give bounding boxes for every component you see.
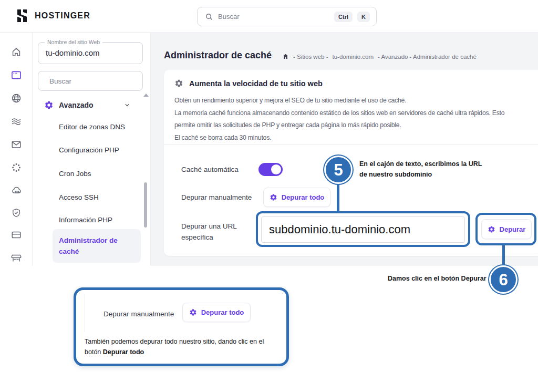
breadcrumb-domain[interactable]: tu-dominio.com bbox=[332, 54, 374, 60]
breadcrumb-advanced-cache[interactable]: - Avanzado - Administrador de caché bbox=[378, 54, 477, 60]
purge-all-callout-box: Depurar manualmente Depurar todo También… bbox=[74, 287, 289, 366]
purge-all-button-label: Depurar todo bbox=[282, 193, 325, 201]
credit-card-icon[interactable] bbox=[11, 229, 22, 241]
globe-icon[interactable] bbox=[11, 92, 22, 104]
manual-purge-label: Depurar manualmente bbox=[181, 193, 252, 201]
menu-item-cron-jobs[interactable]: Cron Jobs bbox=[59, 170, 138, 178]
description-line: El caché se borra cada 30 minutos. bbox=[174, 132, 504, 145]
step5-number: 5 bbox=[334, 162, 343, 178]
menu-item-cache-manager-line2: caché bbox=[59, 246, 141, 257]
panel-search[interactable] bbox=[38, 71, 143, 91]
step6-note: Damos clic en el botón Depurar bbox=[388, 273, 483, 284]
menu-section-avanzado[interactable]: Avanzado bbox=[33, 97, 143, 113]
screenshot-edge-line bbox=[85, 294, 85, 332]
card-header: Aumenta la velocidad de tu sitio web bbox=[174, 79, 323, 88]
dots-circle-icon[interactable] bbox=[11, 162, 22, 173]
chevron-down-icon bbox=[124, 102, 130, 108]
icon-rail bbox=[0, 33, 33, 266]
site-name-field[interactable]: Nombre del sitio Web tu-dominio.com bbox=[38, 42, 143, 64]
menu-item-php-config[interactable]: Configuración PHP bbox=[59, 146, 138, 154]
description-line: permite omitir las solicitudes de PHP y … bbox=[174, 119, 504, 132]
step5-connector-line bbox=[337, 182, 339, 213]
url-input-highlight-box bbox=[256, 211, 470, 247]
card-description: Obtén un rendimiento superior y mejora e… bbox=[174, 95, 504, 144]
callout-text: También podemos depurar todo nuestro sit… bbox=[85, 336, 264, 357]
storefront-icon[interactable] bbox=[11, 252, 22, 264]
site-name-label: Nombre del sitio Web bbox=[45, 39, 102, 45]
menu-item-php-info[interactable]: Información PHP bbox=[59, 216, 138, 224]
callout-purge-all-button-label: Depurar todo bbox=[201, 308, 244, 316]
divider bbox=[164, 145, 538, 145]
menu-section-label: Avanzado bbox=[59, 101, 94, 109]
description-line: Obtén un rendimiento superior y mejora e… bbox=[174, 95, 504, 107]
panel-search-input[interactable] bbox=[49, 77, 142, 85]
waves-icon[interactable] bbox=[11, 116, 22, 127]
scroll-up-arrow[interactable] bbox=[143, 94, 149, 97]
shortcut-ctrl-badge: Ctrl bbox=[334, 12, 353, 22]
top-bar: HOSTINGER Ctrl K bbox=[0, 0, 538, 33]
step5-note-line1: En el cajón de texto, escribimos la URL bbox=[359, 159, 482, 169]
page: HOSTINGER Ctrl K bbox=[0, 0, 538, 392]
step5-note-line2: de nuestro subdominio bbox=[359, 169, 482, 180]
step6-badge: 6 bbox=[489, 265, 518, 294]
auto-cache-label: Caché automática bbox=[181, 166, 239, 173]
toggle-knob bbox=[271, 164, 281, 174]
cloud-server-icon[interactable] bbox=[11, 185, 22, 197]
callout-manual-purge-label: Depurar manualmente bbox=[104, 310, 174, 318]
step5-note: En el cajón de texto, escribimos la URL … bbox=[359, 159, 482, 180]
global-search-input[interactable] bbox=[218, 13, 329, 20]
breadcrumb-sites[interactable]: - Sitios web - bbox=[293, 54, 328, 60]
card-heading: Aumenta la velocidad de tu sitio web bbox=[189, 79, 323, 88]
menu-item-dns-editor[interactable]: Editor de zonas DNS bbox=[59, 123, 138, 131]
site-panel: Nombre del sitio Web tu-dominio.com Avan… bbox=[33, 33, 151, 266]
breadcrumb: - Sitios web - tu-dominio.com - Avanzado… bbox=[282, 53, 477, 60]
purge-url-label-line2: específica bbox=[181, 233, 213, 241]
menu-item-ssh-access[interactable]: Acceso SSH bbox=[59, 193, 138, 201]
auto-cache-toggle[interactable] bbox=[258, 163, 283, 176]
panel-scrollbar[interactable] bbox=[144, 182, 147, 228]
gear-icon bbox=[174, 79, 183, 88]
shortcut-k-badge: K bbox=[357, 12, 370, 22]
envelope-icon[interactable] bbox=[11, 139, 22, 150]
hostinger-logo[interactable]: HOSTINGER bbox=[16, 8, 90, 23]
purge-button-highlight-box bbox=[475, 213, 536, 245]
callout-purge-all-button[interactable]: Depurar todo bbox=[182, 303, 251, 322]
description-line: La memoria caché funciona almacenando co… bbox=[174, 107, 504, 120]
gear-icon bbox=[189, 308, 197, 316]
search-icon bbox=[205, 13, 213, 21]
site-name-value: tu-dominio.com bbox=[46, 48, 100, 57]
global-search[interactable]: Ctrl K bbox=[197, 7, 377, 26]
step6-number: 6 bbox=[499, 272, 508, 288]
brand-name: HOSTINGER bbox=[35, 11, 90, 20]
shield-check-icon[interactable] bbox=[11, 207, 22, 219]
step6-connector-line bbox=[502, 244, 505, 267]
purge-all-button[interactable]: Depurar todo bbox=[263, 188, 330, 207]
browser-window-icon[interactable] bbox=[11, 69, 22, 81]
hostinger-logo-icon bbox=[16, 8, 28, 23]
home-icon[interactable] bbox=[11, 46, 22, 58]
callout-text-line2: botón Depurar todo bbox=[85, 347, 264, 357]
menu-item-cache-manager[interactable]: Administrador de caché bbox=[53, 229, 141, 263]
purge-url-label-line1: Depurar una URL bbox=[181, 222, 237, 230]
menu-item-cache-manager-line1: Administrador de bbox=[59, 235, 141, 246]
breadcrumb-home-icon[interactable] bbox=[282, 53, 289, 60]
gear-icon bbox=[44, 100, 54, 110]
gear-icon bbox=[270, 193, 277, 201]
page-title: Administrador de caché bbox=[164, 50, 272, 61]
callout-text-line1: También podemos depurar todo nuestro sit… bbox=[85, 336, 264, 347]
step5-badge: 5 bbox=[324, 156, 353, 184]
